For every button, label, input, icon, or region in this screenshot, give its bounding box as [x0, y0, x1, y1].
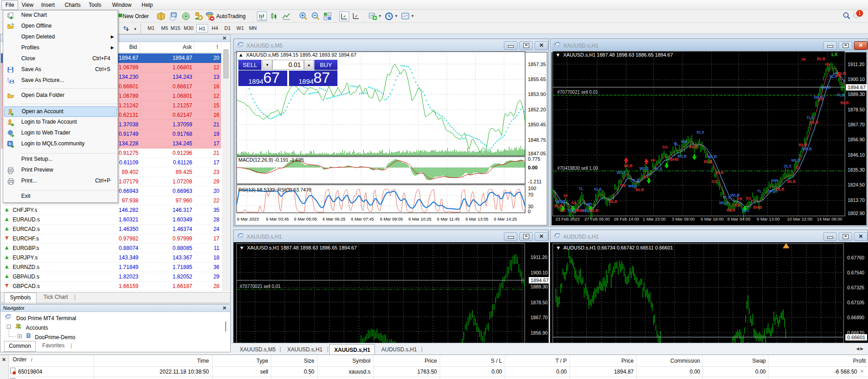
svg-text:SX: SX	[560, 208, 565, 213]
svg-text:SLS: SLS	[696, 130, 704, 134]
svg-text:TLS: TLS	[742, 208, 749, 213]
svg-text:SX: SX	[643, 175, 649, 179]
svg-text:BLB: BLB	[636, 187, 644, 192]
svg-text:HR: HR	[772, 178, 778, 183]
svg-text:TL: TL	[579, 187, 583, 191]
svg-text:HR: HR	[586, 202, 592, 206]
svg-text:BLB: BLB	[624, 163, 633, 168]
svg-text:HI: HI	[738, 197, 742, 201]
svg-text:TLS: TLS	[567, 208, 575, 213]
svg-text:HI: HI	[825, 62, 830, 67]
svg-text:WLB: WLB	[708, 154, 717, 159]
svg-text:SX: SX	[818, 97, 823, 101]
svg-text:SS: SS	[662, 145, 668, 149]
svg-text:TLS: TLS	[723, 195, 730, 200]
svg-text:SX: SX	[711, 179, 717, 184]
svg-text:TLS: TLS	[655, 167, 662, 171]
svg-text:LX: LX	[831, 52, 838, 57]
svg-text:BLB: BLB	[776, 187, 785, 192]
svg-text:SX: SX	[795, 166, 801, 170]
svg-text:#70770021 sell 0.01: #70770021 sell 0.01	[240, 284, 281, 289]
svg-text:BLB: BLB	[590, 208, 599, 213]
svg-text:BLB: BLB	[689, 144, 697, 149]
svg-text:BLB: BLB	[554, 204, 563, 208]
svg-text:BLB: BLB	[704, 159, 712, 164]
svg-text:TL: TL	[757, 189, 762, 193]
svg-text:WLB: WLB	[791, 158, 801, 163]
svg-text:SLS: SLS	[594, 187, 602, 192]
svg-text:BLB: BLB	[817, 57, 825, 61]
svg-text:BLB: BLB	[609, 199, 617, 204]
svg-text:BLB: BLB	[810, 120, 819, 125]
svg-text:BLB: BLB	[727, 208, 735, 212]
svg-text:SS: SS	[571, 201, 577, 205]
svg-text:#70770021 sell 0.01: #70770021 sell 0.01	[557, 90, 598, 95]
svg-text:WLB: WLB	[719, 201, 729, 205]
svg-text:WLB: WLB	[556, 199, 565, 204]
svg-text:BLB: BLB	[715, 170, 724, 175]
svg-text:WLB: WLB	[678, 154, 687, 158]
svg-text:TL: TL	[674, 142, 678, 146]
svg-text:SX: SX	[621, 183, 626, 188]
svg-text:BLB: BLB	[838, 71, 846, 76]
svg-text:HI: HI	[564, 193, 568, 198]
svg-text:TLS: TLS	[632, 178, 640, 182]
svg-text:SLS: SLS	[783, 164, 792, 168]
svg-text:TLS: TLS	[806, 115, 814, 120]
svg-text:#70419830 sell 1.00: #70419830 sell 1.00	[557, 166, 598, 171]
svg-text:HI: HI	[651, 158, 655, 163]
svg-text:BHB: BHB	[753, 205, 762, 210]
svg-text:BLB: BLB	[787, 179, 796, 184]
svg-text:WLB: WLB	[802, 147, 812, 151]
svg-text:BLB: BLB	[840, 101, 849, 105]
svg-text:SX: SX	[734, 203, 740, 207]
svg-text:WLB: WLB	[640, 166, 649, 171]
svg-text:SS: SS	[746, 196, 751, 201]
svg-text:HI: HI	[802, 57, 806, 62]
svg-text:S: S	[9, 142, 11, 146]
svg-text:HR: HR	[681, 139, 687, 144]
